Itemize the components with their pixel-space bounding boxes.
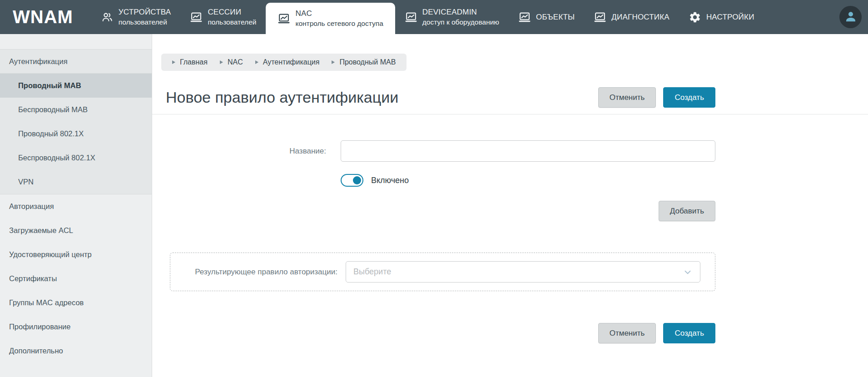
sidebar-item-wireless-mab[interactable]: Беспроводный MAB [0,98,152,122]
rule-form: Название: Включено Добавить Результирующ… [166,140,715,343]
nav-item-deviceadmin[interactable]: DEVICEADMIN доступ к оборудованию [395,0,509,34]
cancel-button-bottom[interactable]: Отменить [598,323,656,343]
sidebar-item-vpn[interactable]: VPN [0,170,152,194]
topbar: WNAM УСТРОЙСТВА пользователей [0,0,868,34]
monitor-chart-icon [405,11,417,24]
sidebar-item-authentication[interactable]: Аутентификация [0,50,152,74]
nav-text: НАСТРОЙКИ [706,13,754,22]
top-navigation: УСТРОЙСТВА пользователей СЕССИИ пользова… [91,0,764,34]
people-icon [101,11,114,24]
nav-label: НАСТРОЙКИ [706,13,754,22]
footer-actions: Отменить Создать [166,323,715,343]
nav-item-devices[interactable]: УСТРОЙСТВА пользователей [91,0,181,34]
header-actions: Отменить Создать [598,87,715,108]
nav-label: СЕССИИ [208,8,256,17]
nav-sublabel: пользователей [208,18,256,26]
nav-sublabel: контроль сетевого доступа [295,20,383,28]
triangle-icon [172,60,175,64]
triangle-icon [255,60,258,64]
sidebar-item-mac-groups[interactable]: Группы MAC адресов [0,291,152,315]
nav-label: NAC [295,9,383,18]
breadcrumb-label: NAC [228,58,243,66]
breadcrumb-item-wired-mab[interactable]: Проводный MAB [332,58,396,66]
result-rule-box: Результирующее правило авторизации: Выбе… [170,253,715,291]
add-button[interactable]: Добавить [659,201,715,221]
monitor-chart-icon [278,12,290,25]
sidebar-item-wired-8021x[interactable]: Проводный 802.1X [0,122,152,146]
breadcrumb-item-home[interactable]: Главная [172,58,208,66]
sidebar-item-wireless-8021x[interactable]: Беспроводный 802.1X [0,146,152,170]
page-title: Новое правило аутентификации [166,89,398,106]
create-button[interactable]: Создать [663,87,715,108]
toggle-knob [353,176,361,184]
nav-item-objects[interactable]: ОБЪЕКТЫ [509,0,584,34]
enabled-label: Включено [371,176,409,185]
sidebar-item-authorization[interactable]: Авторизация [0,194,152,218]
enabled-toggle[interactable] [341,174,363,187]
nav-text: СЕССИИ пользователей [208,8,256,26]
breadcrumb: Главная NAC Аутентификация Проводный MAB [161,54,407,71]
wnam-logo: WNAM [0,0,91,34]
sidebar-item-downloadable-acl[interactable]: Загружаемые ACL [0,218,152,243]
main-content: Главная NAC Аутентификация Проводный MAB [152,34,868,377]
breadcrumb-label: Главная [180,58,208,66]
enabled-row: Включено [341,174,715,187]
avatar[interactable] [839,6,862,28]
nav-item-sessions[interactable]: СЕССИИ пользователей [180,0,266,34]
name-row: Название: [166,140,715,162]
select-placeholder: Выберите [353,267,391,277]
nav-item-nac[interactable]: NAC контроль сетевого доступа [266,3,395,34]
triangle-icon [332,60,335,64]
cancel-button[interactable]: Отменить [598,87,656,108]
name-label: Название: [166,147,326,156]
nav-text: ОБЪЕКТЫ [536,13,575,22]
breadcrumb-item-nac[interactable]: NAC [220,58,243,66]
sidebar-item-certificates[interactable]: Сертификаты [0,267,152,291]
triangle-icon [220,60,223,64]
nav-item-diagnostics[interactable]: ДИАГНОСТИКА [584,0,679,34]
title-divider [152,114,868,114]
sidebar-group-authentication: Аутентификация Проводный MAB Беспроводны… [0,49,152,194]
sidebar-item-certificate-authority[interactable]: Удостоверяющий центр [0,243,152,267]
create-button-bottom[interactable]: Создать [663,323,715,343]
nav-text: ДИАГНОСТИКА [611,13,670,22]
sidebar-item-wired-mab[interactable]: Проводный MAB [0,74,152,98]
wnam-app: WNAM УСТРОЙСТВА пользователей [0,0,868,377]
nav-text: УСТРОЙСТВА пользователей [119,8,171,26]
breadcrumb-label: Проводный MAB [339,58,396,66]
breadcrumb-label: Аутентификация [263,58,320,66]
nav-text: DEVICEADMIN доступ к оборудованию [422,8,499,26]
nav-label: УСТРОЙСТВА [119,8,171,17]
gear-icon [689,11,701,24]
nav-label: ДИАГНОСТИКА [611,13,670,22]
user-icon [844,10,858,25]
name-input[interactable] [341,140,715,162]
nav-label: DEVICEADMIN [422,8,499,17]
add-row: Добавить [166,201,715,221]
monitor-chart-icon [518,11,531,24]
nav-sublabel: пользователей [119,18,171,26]
monitor-chart-icon [594,11,606,24]
result-rule-label: Результирующее правило авторизации: [170,268,337,277]
title-row: Новое правило аутентификации Отменить Со… [166,87,715,108]
nav-item-settings[interactable]: НАСТРОЙКИ [679,0,764,34]
sidebar: Аутентификация Проводный MAB Беспроводны… [0,34,152,377]
avatar-wrap [839,0,868,34]
nav-label: ОБЪЕКТЫ [536,13,575,22]
breadcrumb-item-authentication[interactable]: Аутентификация [255,58,320,66]
chevron-down-icon [683,267,693,277]
sidebar-item-profiling[interactable]: Профилирование [0,315,152,339]
monitor-chart-icon [190,11,203,24]
sidebar-item-additional[interactable]: Дополнительно [0,339,152,363]
result-rule-select[interactable]: Выберите [346,261,700,283]
nav-text: NAC контроль сетевого доступа [295,9,383,28]
nav-sublabel: доступ к оборудованию [422,18,499,26]
